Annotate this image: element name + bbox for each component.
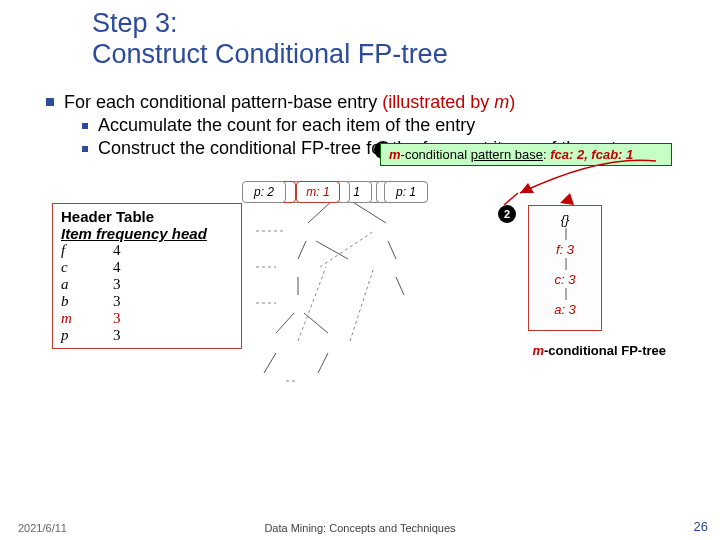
conditional-fp-tree: {} f: 3 c: 3 a: 3 [528, 205, 602, 331]
conditional-tree-label: m-conditional FP-tree [532, 343, 666, 358]
svg-line-6 [396, 277, 404, 295]
slide-number: 26 [694, 519, 708, 534]
table-row: p3 [61, 327, 233, 344]
svg-line-10 [318, 353, 328, 373]
svg-line-9 [264, 353, 276, 373]
svg-line-17 [350, 267, 374, 341]
table-row: m3 [61, 310, 233, 327]
bullet-main: For each conditional pattern-base entry … [46, 92, 674, 113]
header-table-cols: Item frequency head [61, 225, 233, 242]
table-row: a3 [61, 276, 233, 293]
table-row: c4 [61, 259, 233, 276]
title-line2: Construct Conditional FP-tree [92, 39, 448, 69]
title-line1: Step 3: [92, 8, 178, 38]
svg-line-16 [298, 267, 326, 341]
square-bullet-icon [82, 146, 88, 152]
svg-line-4 [388, 241, 396, 259]
tree-node: p: 2 [242, 181, 286, 203]
tree-node: p: 1 [384, 181, 428, 203]
svg-marker-20 [560, 193, 574, 205]
header-table-title: Header Table [61, 208, 233, 225]
table-row: f4 [61, 242, 233, 259]
bullet-sub1: Accumulate the count for each item of th… [46, 115, 674, 136]
square-bullet-icon [82, 123, 88, 129]
svg-line-15 [320, 231, 374, 267]
footer-title: Data Mining: Concepts and Techniques [0, 522, 720, 534]
svg-line-2 [298, 241, 306, 259]
table-row: b3 [61, 293, 233, 310]
svg-line-7 [276, 313, 294, 333]
tree-node: m: 1 [296, 181, 340, 203]
cond-edges-icon [563, 206, 569, 326]
tree-edges-icon [256, 181, 496, 441]
square-bullet-icon [46, 98, 54, 106]
header-table: Header Table Item frequency head f4 c4 a… [52, 203, 242, 349]
svg-line-3 [316, 241, 348, 259]
